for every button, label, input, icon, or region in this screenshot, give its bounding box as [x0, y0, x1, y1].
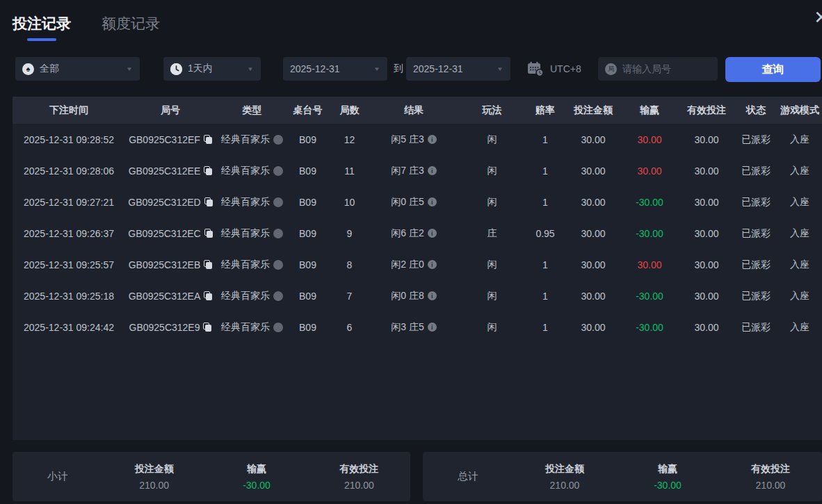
cell-round-id: GB0925C312E9: [125, 322, 216, 333]
cell-game-mode: 入座: [773, 290, 822, 302]
cell-bet-time: 2025-12-31 09:28:52: [13, 134, 125, 145]
timezone-label: UTC+8: [550, 63, 581, 74]
copy-icon[interactable]: [204, 260, 212, 269]
cell-win-loss: -30.00: [624, 322, 675, 333]
table-header: 下注时间局号类型桌台号局数结果玩法赔率投注金额输赢有效投注状态游戏模式: [13, 97, 822, 124]
subtotal-label: 小计: [13, 470, 103, 483]
cell-bet-amount: 30.00: [562, 322, 624, 333]
column-header: 投注金额: [562, 104, 624, 117]
cell-play: 闲: [456, 133, 529, 146]
chevron-down-icon: ▼: [497, 66, 503, 72]
bet-records-table: 下注时间局号类型桌台号局数结果玩法赔率投注金额输赢有效投注状态游戏模式 2025…: [13, 97, 822, 440]
cell-game-mode: 入座: [773, 259, 822, 271]
table-row[interactable]: 2025-12-31 09:28:52 GB0925C312EF 经典百家乐 B…: [13, 124, 822, 155]
cell-table-no: B09: [289, 259, 327, 270]
cell-round-no: 12: [327, 134, 372, 145]
cell-odds: 1: [529, 322, 562, 333]
cell-game-mode: 入座: [773, 133, 822, 146]
info-icon[interactable]: i: [428, 291, 437, 300]
filter-bar: ♠ 全部 ▼ 1天内 ▼ 2025-12-31 ▼ 到 2025-12-31 ▼: [0, 57, 822, 81]
table-row[interactable]: 2025-12-31 09:26:37 GB0925C312EC 经典百家乐 B…: [13, 218, 822, 249]
info-icon[interactable]: i: [428, 135, 437, 144]
round-search-field[interactable]: 局: [598, 57, 718, 81]
copy-icon[interactable]: [204, 135, 212, 144]
copy-icon[interactable]: [203, 323, 211, 332]
cell-game-type: 经典百家乐: [216, 165, 289, 177]
cell-status: 已派彩: [739, 165, 773, 177]
copy-icon[interactable]: [204, 197, 213, 206]
tab-bet-records[interactable]: 投注记录: [13, 14, 71, 41]
game-type-dropdown[interactable]: ♠ 全部 ▼: [15, 57, 140, 81]
cell-round-id: GB0925C312EC: [125, 228, 216, 239]
date-from-dropdown[interactable]: 2025-12-31 ▼: [283, 57, 387, 81]
column-header: 桌台号: [289, 104, 327, 117]
round-number-input[interactable]: [622, 63, 699, 74]
time-range-dropdown[interactable]: 1天内 ▼: [163, 57, 261, 81]
cell-game-mode: 入座: [773, 165, 822, 177]
cell-valid-bet: 30.00: [675, 259, 739, 270]
cell-win-loss: 30.00: [624, 165, 675, 177]
close-icon[interactable]: ✕: [814, 7, 822, 29]
cell-result: 闲5 庄3 i: [372, 133, 456, 146]
copy-icon[interactable]: [204, 166, 212, 175]
info-icon[interactable]: i: [428, 166, 437, 175]
date-range-to-label: 到: [394, 63, 403, 75]
table-row[interactable]: 2025-12-31 09:25:57 GB0925C312EB 经典百家乐 B…: [13, 249, 822, 280]
cell-bet-amount: 30.00: [562, 259, 624, 270]
cell-round-id: GB0925C312EE: [125, 165, 216, 177]
chevron-down-icon: ▼: [247, 66, 254, 72]
cell-status: 已派彩: [739, 290, 773, 302]
cell-odds: 1: [529, 165, 562, 177]
info-icon[interactable]: i: [428, 229, 437, 238]
cell-play: 闲: [456, 196, 529, 209]
cell-status: 已派彩: [739, 196, 773, 209]
table-row[interactable]: 2025-12-31 09:28:06 GB0925C312EE 经典百家乐 B…: [13, 155, 822, 186]
cell-win-loss: -30.00: [624, 197, 675, 208]
date-to-dropdown[interactable]: 2025-12-31 ▼: [406, 57, 510, 81]
cell-game-mode: 入座: [773, 321, 822, 334]
column-header: 结果: [372, 104, 456, 117]
cell-round-no: 10: [327, 197, 372, 208]
column-header: 类型: [216, 104, 289, 117]
cell-round-no: 6: [327, 322, 372, 333]
table-row[interactable]: 2025-12-31 09:25:18 GB0925C312EA 经典百家乐 B…: [13, 280, 822, 311]
cell-win-loss: -30.00: [624, 228, 675, 239]
calendar-clock-icon[interactable]: [527, 61, 544, 76]
cell-odds: 1: [529, 197, 562, 208]
copy-icon[interactable]: [204, 229, 213, 238]
column-header: 游戏模式: [773, 104, 822, 117]
cell-result: 闲6 庄2 i: [372, 227, 456, 240]
subtotal-win-loss: 输赢 -30.00: [205, 463, 307, 491]
subtotal-valid-bet: 有效投注 210.00: [308, 463, 410, 491]
column-header: 局号: [125, 104, 216, 117]
cell-status: 已派彩: [739, 259, 773, 271]
tab-quota-records[interactable]: 额度记录: [102, 14, 160, 41]
cell-table-no: B09: [289, 228, 327, 239]
copy-icon[interactable]: [204, 291, 212, 300]
cell-round-id: GB0925C312EA: [125, 291, 216, 302]
cell-play: 闲: [456, 165, 529, 177]
chevron-down-icon: ▼: [126, 66, 133, 72]
column-header: 玩法: [456, 104, 529, 117]
table-row[interactable]: 2025-12-31 09:27:21 GB0925C312ED 经典百家乐 B…: [13, 186, 822, 218]
tab-bet-records-label: 投注记录: [13, 14, 71, 33]
cell-game-type: 经典百家乐: [216, 321, 289, 334]
table-row[interactable]: 2025-12-31 09:24:42 GB0925C312E9 经典百家乐 B…: [13, 311, 822, 343]
cell-bet-time: 2025-12-31 09:26:37: [13, 228, 125, 239]
clock-icon: [170, 63, 182, 75]
query-button[interactable]: 查询: [725, 57, 821, 82]
column-header: 赔率: [529, 104, 562, 117]
cell-play: 闲: [456, 321, 529, 334]
info-icon[interactable]: i: [428, 323, 437, 332]
chevron-down-icon: ▼: [373, 66, 380, 72]
cell-round-id: GB0925C312EB: [125, 259, 216, 270]
cell-win-loss: 30.00: [624, 134, 675, 145]
cell-valid-bet: 30.00: [675, 134, 739, 145]
total-win-loss: 输赢 -30.00: [616, 463, 719, 491]
cell-valid-bet: 30.00: [675, 165, 739, 177]
total-label: 总计: [423, 470, 513, 483]
cell-table-no: B09: [289, 291, 327, 302]
info-icon[interactable]: i: [428, 197, 437, 206]
info-icon[interactable]: i: [428, 260, 437, 269]
cell-valid-bet: 30.00: [675, 322, 739, 333]
